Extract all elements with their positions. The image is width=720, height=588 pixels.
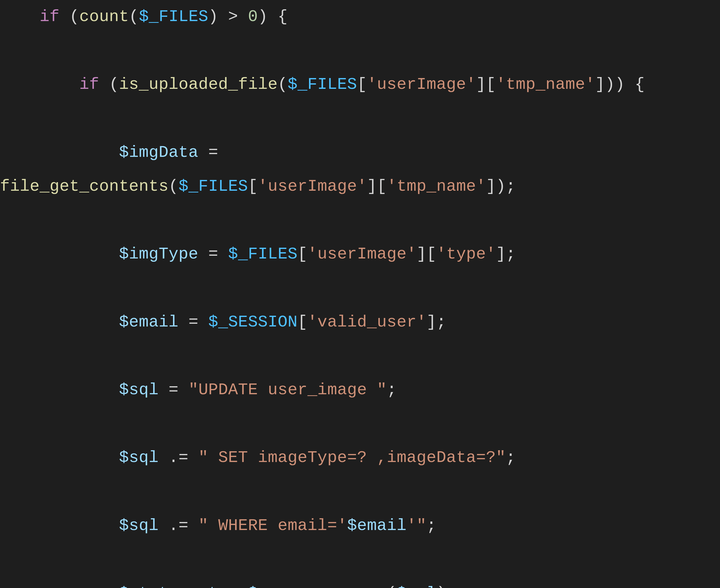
code-line: file_get_contents($_FILES['userImage']['…: [0, 177, 516, 196]
code-editor[interactable]: if (count($_FILES) > 0) { if (is_uploade…: [0, 0, 720, 588]
code-line: $imgType = $_FILES['userImage']['type'];: [0, 245, 516, 264]
code-line: $statement = $conn->prepare($sql);: [0, 584, 456, 588]
code-line: if (count($_FILES) > 0) {: [0, 7, 288, 26]
code-line: $sql = "UPDATE user_image ";: [0, 381, 397, 399]
code-line: $imgData =: [0, 143, 218, 162]
code-line: $sql .= " SET imageType=? ,imageData=?";: [0, 448, 516, 467]
code-line: $sql .= " WHERE email='$email'";: [0, 517, 436, 535]
code-line: $email = $_SESSION['valid_user'];: [0, 313, 446, 332]
code-line: if (is_uploaded_file($_FILES['userImage'…: [0, 75, 645, 94]
